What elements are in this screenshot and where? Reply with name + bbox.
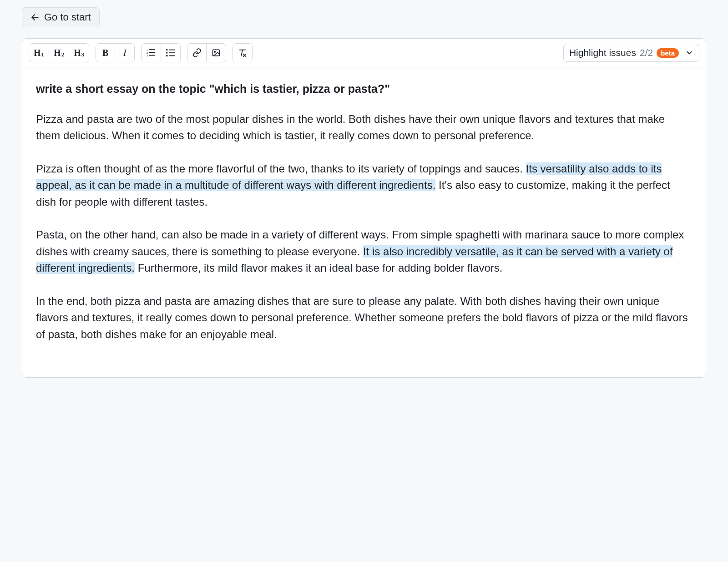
svg-line-15: [241, 50, 243, 56]
svg-rect-10: [169, 52, 175, 53]
unordered-list-icon: [166, 48, 176, 58]
content-heading: write a short essay on the topic "which …: [36, 80, 692, 97]
clear-format-button[interactable]: [233, 44, 252, 62]
clear-format-group: [233, 43, 253, 62]
heading-3-button[interactable]: H3: [69, 44, 89, 62]
editor-panel: H1 H2 H3 B I 1: [22, 38, 706, 378]
heading-1-button[interactable]: H1: [29, 44, 49, 62]
image-icon: [212, 48, 221, 57]
svg-point-14: [214, 51, 216, 53]
svg-text:1: 1: [147, 48, 148, 51]
italic-button[interactable]: I: [115, 44, 134, 62]
clear-format-icon: [238, 48, 248, 58]
highlight-issues-count: 2/2: [640, 47, 653, 58]
list-group: 1 2 3: [141, 43, 181, 62]
unordered-list-button[interactable]: [161, 44, 180, 62]
p2-pre: Pizza is often thought of as the more fl…: [36, 162, 526, 175]
image-button[interactable]: [207, 44, 226, 62]
svg-rect-8: [169, 50, 175, 51]
svg-point-11: [166, 55, 168, 57]
italic-icon: I: [123, 47, 126, 59]
go-to-start-label: Go to start: [44, 11, 91, 23]
highlight-issues-dropdown[interactable]: Highlight issues 2/2 beta: [563, 44, 699, 62]
svg-text:2: 2: [147, 51, 148, 54]
editor-content[interactable]: write a short essay on the topic "which …: [22, 67, 706, 377]
chevron-down-icon: [685, 49, 693, 57]
paragraph-2: Pizza is often thought of as the more fl…: [36, 161, 692, 210]
beta-badge: beta: [657, 48, 679, 58]
ordered-list-button[interactable]: 1 2 3: [142, 44, 161, 62]
link-button[interactable]: [187, 44, 207, 62]
heading-2-icon: H2: [54, 48, 64, 58]
text-style-group: B I: [96, 43, 135, 62]
svg-rect-2: [149, 49, 156, 50]
svg-rect-4: [149, 52, 156, 53]
heading-2-button[interactable]: H2: [49, 44, 69, 62]
paragraph-4: In the end, both pizza and pasta are ama…: [36, 293, 692, 343]
link-icon: [192, 48, 202, 57]
svg-rect-12: [169, 56, 175, 56]
editor-toolbar: H1 H2 H3 B I 1: [22, 39, 706, 67]
heading-1-icon: H1: [34, 48, 44, 58]
ordered-list-icon: 1 2 3: [146, 48, 156, 58]
heading-group: H1 H2 H3: [29, 43, 89, 62]
arrow-left-icon: [30, 13, 40, 22]
svg-text:3: 3: [147, 54, 148, 57]
svg-point-9: [166, 52, 168, 54]
heading-3-icon: H3: [74, 48, 84, 58]
p3-post: Furthermore, its mild flavor makes it an…: [135, 262, 502, 274]
highlight-issues-label: Highlight issues: [569, 47, 636, 58]
bold-icon: B: [102, 48, 108, 58]
paragraph-3: Pasta, on the other hand, can also be ma…: [36, 227, 692, 276]
paragraph-1: Pizza and pasta are two of the most popu…: [36, 111, 692, 144]
insert-group: [187, 43, 226, 62]
bold-button[interactable]: B: [96, 44, 115, 62]
go-to-start-button[interactable]: Go to start: [22, 7, 100, 27]
svg-point-7: [166, 49, 168, 51]
svg-rect-6: [149, 55, 156, 56]
